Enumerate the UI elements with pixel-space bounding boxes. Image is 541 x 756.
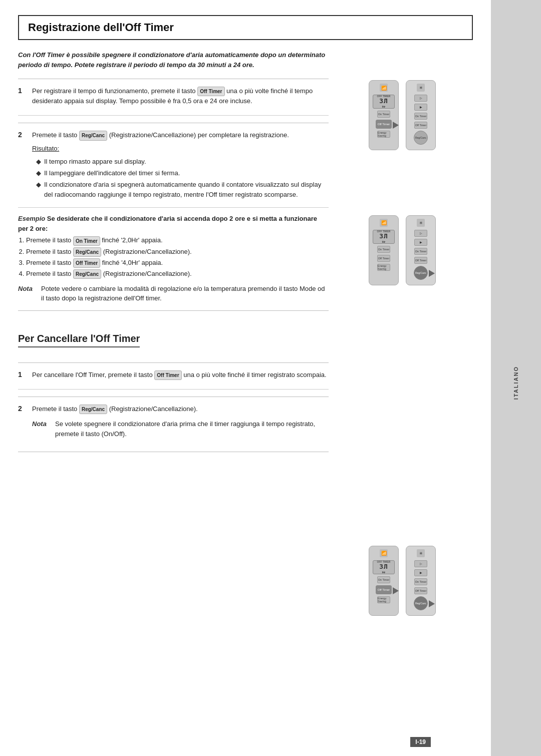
remote-pair1: 📶 OFF TIMER ЗЛ Hr On Timer Off Timer bbox=[369, 80, 436, 150]
right-sidebar: ITALIANO bbox=[491, 0, 541, 756]
remote6-on-timer: On Timer bbox=[414, 578, 427, 585]
remote6-btn2: ▶ bbox=[414, 569, 427, 576]
digits2: ЗЛ bbox=[377, 233, 391, 240]
remote2-on-timer: On Timer bbox=[414, 113, 427, 120]
esempio-list: Premete il tasto On Timer finché '2,0Hr'… bbox=[26, 235, 329, 278]
step1: 1 Per registrare il tempo di funzionamen… bbox=[18, 86, 329, 116]
esempio-step3: Premete il tasto Off Timer finché '4,0Hr… bbox=[26, 258, 329, 268]
bullet1-text: Il tempo rimasto appare sul display. bbox=[44, 157, 146, 167]
cancel-step1: 1 Per cancellare l'Off Timer, premete il… bbox=[18, 370, 329, 390]
bullet3-text: Il condizionatore d'aria si spegnerà aut… bbox=[44, 180, 329, 200]
remote1-off-timer-wrap: Off Timer bbox=[376, 120, 392, 129]
remote5: 📶 OFF TIMER ЗЛ Hr On Timer Off Timer bbox=[369, 546, 399, 616]
diamond3: ◆ bbox=[36, 180, 41, 190]
remote2: ✳ ▷ ▶ On Timer Off Timer Reg/Canc bbox=[406, 80, 436, 150]
risultato-label: Risultato: bbox=[32, 144, 329, 154]
remote3-display-inner: OFF TIMER ЗЛ Hr bbox=[377, 230, 391, 243]
off-timer-btn-ref3: Off Timer bbox=[154, 370, 181, 381]
cancel-step1-content: Per cancellare l'Off Timer, premete il t… bbox=[32, 370, 329, 383]
esempio-step1: Premete il tasto On Timer finché '2,0Hr'… bbox=[26, 235, 329, 245]
remote3-on-timer: On Timer bbox=[377, 246, 390, 253]
cancel-nota-text: Se volete spegnere il condizionatore d'a… bbox=[55, 419, 329, 439]
remote4-on-timer: On Timer bbox=[414, 248, 427, 255]
step2-text: Premete il tasto Reg/Canc (Registrazione… bbox=[32, 130, 329, 140]
cancel-nota-box: Nota Se volete spegnere il condizionator… bbox=[32, 419, 329, 439]
bullet1: ◆ Il tempo rimasto appare sul display. bbox=[32, 157, 329, 167]
remote1-icons: 📶 bbox=[380, 84, 388, 92]
remote6-btn1: ▷ bbox=[414, 560, 427, 567]
reg-canc-btn-ref4: Reg/Canc bbox=[79, 405, 107, 415]
intro-text: Con l'Off Timer è possibile spegnere il … bbox=[18, 50, 329, 70]
signal-icon3: 📶 bbox=[380, 549, 388, 557]
remote3-display: OFF TIMER ЗЛ Hr bbox=[373, 230, 395, 244]
divider4 bbox=[18, 362, 329, 363]
remote4-off-timer: Off Timer bbox=[414, 257, 427, 264]
remote3-icons: 📶 bbox=[380, 219, 388, 227]
diamond1: ◆ bbox=[36, 157, 41, 167]
remote4-cancel-wrap: Reg/Canc bbox=[414, 266, 428, 280]
arrow1 bbox=[393, 122, 399, 129]
bullet3: ◆ Il condizionatore d'aria si spegnerà a… bbox=[32, 180, 329, 200]
esempio-title: Se desiderate che il condizionatore d'ar… bbox=[18, 215, 317, 232]
remote2-off-timer: Off Timer bbox=[414, 122, 427, 129]
hr-unit2: Hr bbox=[377, 240, 391, 244]
remote1-display-inner: OFF TIMER ЗЛ Hr bbox=[377, 95, 391, 108]
remote4-btns: ▷ ▶ bbox=[414, 230, 427, 246]
digits3: ЗЛ bbox=[377, 563, 391, 570]
sidebar-language-label: ITALIANO bbox=[513, 366, 519, 400]
remote6-icons: ✳ bbox=[417, 549, 425, 557]
arrow3 bbox=[393, 587, 399, 594]
remote1-off-timer: Off Timer bbox=[376, 120, 392, 129]
remote5-display-inner: OFF TIMER ЗЛ Hr bbox=[377, 561, 391, 574]
page-number: I-19 bbox=[410, 737, 431, 747]
main-content: Registrazione dell'Off Timer Con l'Off T… bbox=[0, 0, 491, 756]
cancel-step2: 2 Premete il tasto Reg/Canc (Registrazio… bbox=[18, 404, 329, 445]
step2-content: Premete il tasto Reg/Canc (Registrazione… bbox=[32, 130, 329, 201]
cancel-nota-label: Nota bbox=[32, 419, 51, 429]
remote6-off-timer: Off Timer bbox=[414, 587, 427, 594]
divider1 bbox=[18, 79, 329, 79]
fan-icon1: ✳ bbox=[417, 84, 425, 92]
remote4-icons: ✳ bbox=[417, 219, 425, 227]
content-wrapper: Con l'Off Timer è possibile spegnere il … bbox=[18, 50, 329, 452]
divider6 bbox=[18, 452, 329, 452]
remote6: ✳ ▷ ▶ On Timer Off Timer Reg/Canc bbox=[406, 546, 436, 616]
fan-icon3: ✳ bbox=[417, 549, 425, 557]
nota-text: Potete vedere o cambiare la modalità di … bbox=[41, 284, 329, 303]
remote-group2: 📶 OFF TIMER ЗЛ Hr On Timer Off Timer Ene… bbox=[369, 215, 436, 285]
cancel-step1-num: 1 bbox=[18, 370, 29, 379]
remote2-cancel: Reg/Canc bbox=[414, 131, 428, 145]
esempio-step4: Premete il tasto Reg/Canc (Registrazione… bbox=[26, 269, 329, 279]
digits1: ЗЛ bbox=[377, 98, 391, 105]
nota-box: Nota Potete vedere o cambiare la modalit… bbox=[18, 284, 329, 303]
remote5-off-timer: Off Timer bbox=[376, 585, 392, 594]
hr-unit3: Hr bbox=[377, 571, 391, 574]
cancel-step2-content: Premete il tasto Reg/Canc (Registrazione… bbox=[32, 404, 329, 439]
remote5-on-timer: On Timer bbox=[377, 576, 390, 583]
cancel-step1-text: Per cancellare l'Off Timer, premete il t… bbox=[32, 370, 329, 380]
bullet2-text: Il lampeggiare dell'indicatore del timer… bbox=[44, 168, 180, 178]
arrow2 bbox=[429, 270, 435, 277]
remote2-btn2: ▶ bbox=[414, 104, 427, 111]
esempio-heading: Esempio Se desiderate che il condizionat… bbox=[18, 214, 329, 233]
remote3-energy: Energy Saving bbox=[377, 264, 390, 271]
off-timer-btn-ref2: Off Timer bbox=[73, 258, 100, 268]
remote-pair2: 📶 OFF TIMER ЗЛ Hr On Timer Off Timer Ene… bbox=[369, 215, 436, 285]
reg-canc-btn-ref1: Reg/Canc bbox=[79, 131, 107, 141]
remote1-on-timer: On Timer bbox=[377, 111, 390, 118]
remote2-btns: ▷ ▶ bbox=[414, 95, 427, 111]
hr-unit1: Hr bbox=[377, 105, 391, 109]
divider5 bbox=[18, 397, 329, 397]
diamond2: ◆ bbox=[36, 168, 41, 178]
esempio-step2: Premete il tasto Reg/Canc (Registrazione… bbox=[26, 247, 329, 257]
remote-pair3: 📶 OFF TIMER ЗЛ Hr On Timer Off Timer bbox=[369, 546, 436, 616]
remote1: 📶 OFF TIMER ЗЛ Hr On Timer Off Timer bbox=[369, 80, 399, 150]
esempio-box: Esempio Se desiderate che il condizionat… bbox=[18, 214, 329, 278]
remote1-display: OFF TIMER ЗЛ Hr bbox=[373, 95, 395, 109]
off-timer-btn-ref1: Off Timer bbox=[197, 87, 224, 97]
remote5-icons: 📶 bbox=[380, 549, 388, 557]
arrow4 bbox=[429, 600, 435, 607]
signal-icon: 📶 bbox=[380, 84, 388, 92]
step2-num: 2 bbox=[18, 131, 29, 139]
remote2-btn1: ▷ bbox=[414, 95, 427, 102]
